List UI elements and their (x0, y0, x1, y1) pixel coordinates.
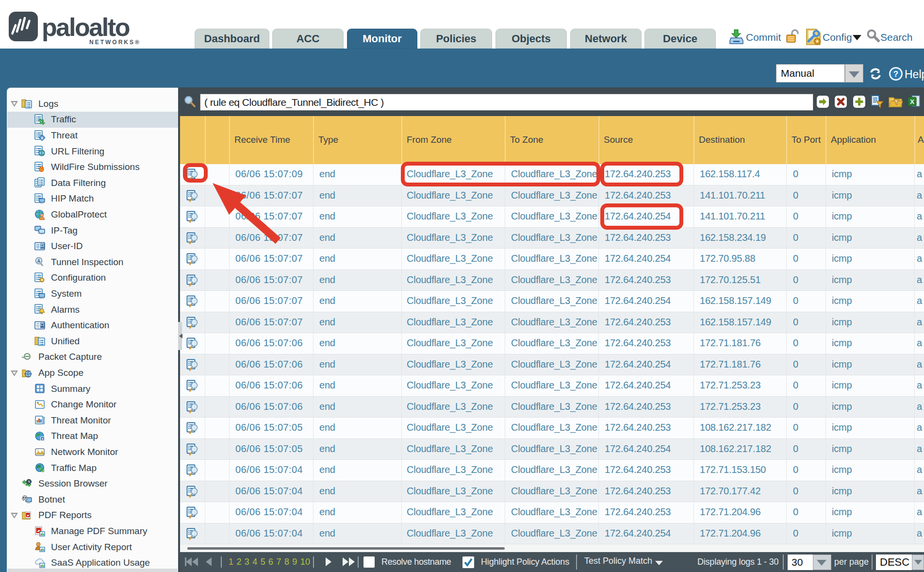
svg-text:?: ? (893, 69, 898, 79)
svg-text:X: X (910, 98, 914, 105)
svg-text:x: x (41, 135, 43, 140)
